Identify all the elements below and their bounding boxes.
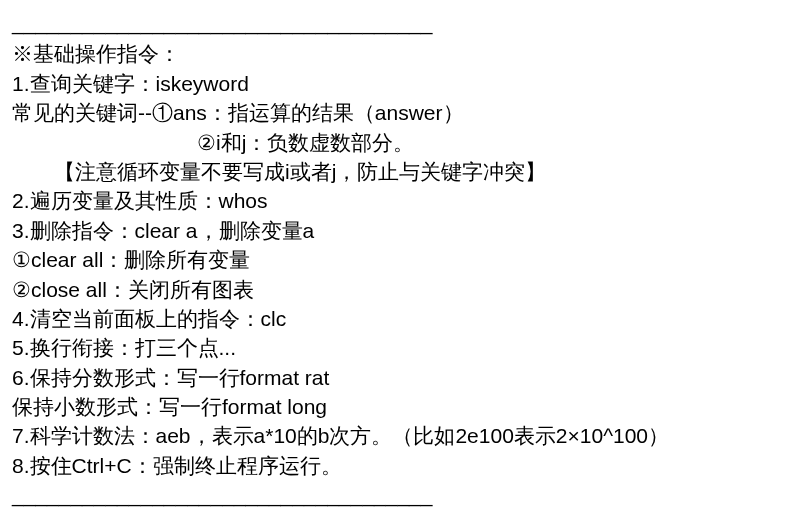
top-divider: ____________________________________ [12, 8, 775, 37]
line-8: ②close all：关闭所有图表 [12, 275, 775, 304]
line-12: 保持小数形式：写一行format long [12, 392, 775, 421]
line-6: 3.删除指令：clear a，删除变量a [12, 216, 775, 245]
bottom-divider: ____________________________________ [12, 480, 775, 509]
line-9: 4.清空当前面板上的指令：clc [12, 304, 775, 333]
line-14: 8.按住Ctrl+C：强制终止程序运行。 [12, 451, 775, 480]
line-5: 2.遍历变量及其性质：whos [12, 186, 775, 215]
line-1: 1.查询关键字：iskeyword [12, 69, 775, 98]
line-11: 6.保持分数形式：写一行format rat [12, 363, 775, 392]
line-10: 5.换行衔接：打三个点... [12, 333, 775, 362]
line-2: 常见的关键词--①ans：指运算的结果（answer） [12, 98, 775, 127]
line-4: 【注意循环变量不要写成i或者j，防止与关键字冲突】 [12, 157, 775, 186]
line-3: ②i和j：负数虚数部分。 [12, 128, 775, 157]
section-title: ※基础操作指令： [12, 39, 775, 68]
line-7: ①clear all：删除所有变量 [12, 245, 775, 274]
line-13: 7.科学计数法：aeb，表示a*10的b次方。（比如2e100表示2×10^10… [12, 421, 775, 450]
